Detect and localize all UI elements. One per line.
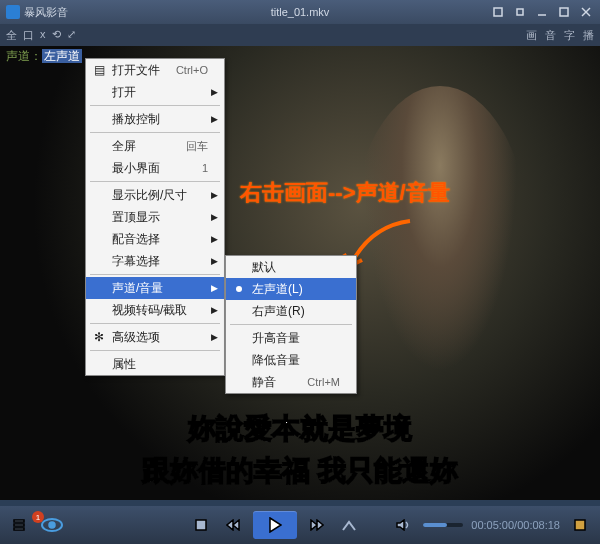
titlebar: 暴风影音 title_01.mkv xyxy=(0,0,600,24)
submenu-item[interactable]: 默认 xyxy=(226,256,356,278)
tool-audio[interactable]: 音 xyxy=(545,28,556,43)
minimize-icon[interactable] xyxy=(532,4,552,20)
svg-rect-7 xyxy=(14,524,24,526)
tool-subtitle[interactable]: 字 xyxy=(564,28,575,43)
app-name: 暴风影音 xyxy=(24,5,68,20)
svg-rect-11 xyxy=(196,520,206,530)
svg-rect-0 xyxy=(494,8,502,16)
submenu-item[interactable]: 右声道(R) xyxy=(226,300,356,322)
compact-icon[interactable] xyxy=(510,4,530,20)
settings-icon[interactable] xyxy=(488,4,508,20)
playlist-button[interactable]: 1 xyxy=(8,513,32,537)
svg-rect-8 xyxy=(14,528,24,530)
play-button[interactable] xyxy=(253,511,297,539)
ctx-item[interactable]: 配音选择▶ xyxy=(86,228,224,250)
extra-button[interactable] xyxy=(568,513,592,537)
svg-rect-3 xyxy=(560,8,568,16)
time-display: 00:05:00/00:08:18 xyxy=(471,519,560,531)
ctx-item[interactable]: ▤打开文件Ctrl+O xyxy=(86,59,224,81)
prev-button[interactable] xyxy=(221,513,245,537)
svg-rect-12 xyxy=(575,520,585,530)
svg-rect-1 xyxy=(517,9,523,15)
audio-submenu: 默认左声道(L)右声道(R)升高音量降低音量静音Ctrl+M xyxy=(225,255,357,394)
ctx-item[interactable]: 最小界面1 xyxy=(86,157,224,179)
channel-overlay: 声道：左声道 xyxy=(6,48,82,65)
app-logo: 暴风影音 xyxy=(0,5,74,20)
svg-point-10 xyxy=(49,522,55,528)
ctx-item[interactable]: ✻高级选项▶ xyxy=(86,326,224,348)
close-icon[interactable] xyxy=(576,4,596,20)
stop-button[interactable] xyxy=(189,513,213,537)
ctx-item[interactable]: 显示比例/尺寸▶ xyxy=(86,184,224,206)
video-figure xyxy=(350,86,530,406)
file-title: title_01.mkv xyxy=(271,6,330,18)
ctx-item[interactable]: 属性 xyxy=(86,353,224,375)
volume-icon[interactable] xyxy=(391,513,415,537)
ctx-item[interactable]: 打开▶ xyxy=(86,81,224,103)
annotation-text: 右击画面-->声道/音量 xyxy=(240,178,450,208)
ctx-item[interactable]: 置顶显示▶ xyxy=(86,206,224,228)
playback-controls: 1 00:05:00/00:08:18 xyxy=(0,506,600,544)
storm-icon xyxy=(6,5,20,19)
tool-x[interactable]: x xyxy=(40,28,46,43)
tool-refresh[interactable]: ⟲ xyxy=(52,28,61,43)
svg-rect-6 xyxy=(14,520,24,522)
submenu-item[interactable]: 降低音量 xyxy=(226,349,356,371)
playlist-badge: 1 xyxy=(32,511,44,523)
submenu-item[interactable]: 左声道(L) xyxy=(226,278,356,300)
open-button[interactable] xyxy=(337,513,361,537)
volume-slider[interactable] xyxy=(423,523,463,527)
maximize-icon[interactable] xyxy=(554,4,574,20)
tool-expand[interactable]: ⤢ xyxy=(67,28,76,43)
tool-picture[interactable]: 画 xyxy=(526,28,537,43)
submenu-item[interactable]: 升高音量 xyxy=(226,327,356,349)
submenu-item[interactable]: 静音Ctrl+M xyxy=(226,371,356,393)
ctx-item[interactable]: 视频转码/截取▶ xyxy=(86,299,224,321)
subtitle-lines: 妳說愛本就是夢境 跟妳借的幸福 我只能還妳 xyxy=(0,410,600,490)
tool-box[interactable]: 口 xyxy=(23,28,34,43)
ctx-item[interactable]: 播放控制▶ xyxy=(86,108,224,130)
tool-play[interactable]: 播 xyxy=(583,28,594,43)
ctx-item[interactable]: 字幕选择▶ xyxy=(86,250,224,272)
ctx-item[interactable]: 声道/音量▶ xyxy=(86,277,224,299)
tool-full[interactable]: 全 xyxy=(6,28,17,43)
ctx-item[interactable]: 全屏回车 xyxy=(86,135,224,157)
context-menu: ▤打开文件Ctrl+O打开▶播放控制▶全屏回车最小界面1显示比例/尺寸▶置顶显示… xyxy=(85,58,225,376)
toolbar: 全 口 x ⟲ ⤢ 画 音 字 播 xyxy=(0,24,600,46)
next-button[interactable] xyxy=(305,513,329,537)
